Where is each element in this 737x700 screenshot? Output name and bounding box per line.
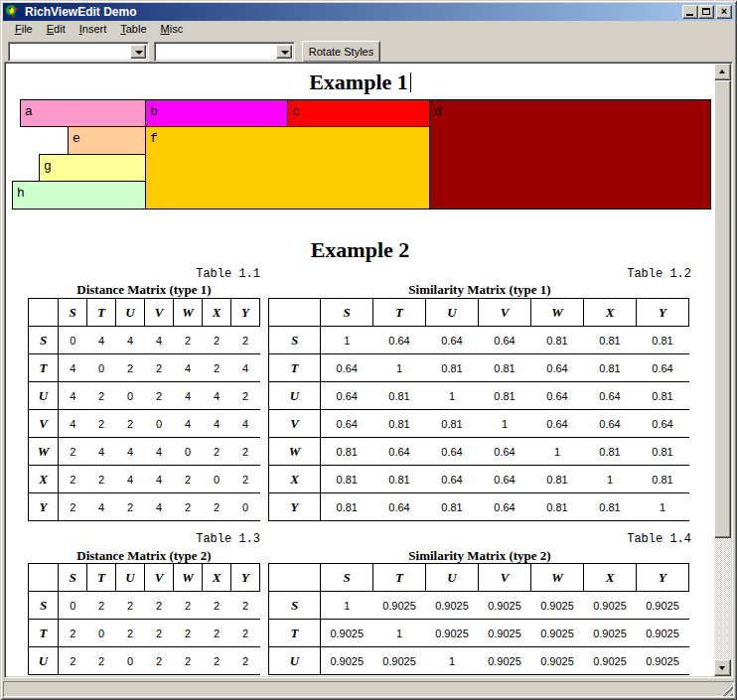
matrix-cell[interactable]: 2 [59, 493, 87, 521]
matrix-row-header[interactable]: S [29, 592, 59, 620]
matrix-cell[interactable]: 0.64 [373, 438, 426, 466]
matrix-cell[interactable]: 0.64 [321, 354, 373, 382]
matrix-cell[interactable]: 0.81 [584, 327, 637, 354]
matrix-col-header[interactable]: S [59, 299, 87, 327]
matrix-cell[interactable]: 0.64 [531, 382, 584, 410]
matrix-col-header[interactable]: W [174, 564, 203, 592]
matrix-cell[interactable]: 0.9025 [531, 620, 584, 647]
vertical-scrollbar[interactable] [714, 64, 731, 676]
matrix-row-header[interactable]: U [269, 382, 321, 410]
matrix-col-header[interactable]: Y [231, 564, 260, 592]
matrix-cell[interactable]: 0.64 [479, 438, 531, 466]
matrix-col-header[interactable]: T [373, 299, 426, 327]
matrix-cell[interactable]: 0 [87, 620, 116, 647]
matrix-cell[interactable]: 2 [203, 438, 231, 466]
matrix-cell[interactable]: 2 [145, 592, 174, 620]
matrix-cell[interactable]: 4 [59, 354, 87, 382]
matrix-cell[interactable]: 0.64 [584, 410, 637, 438]
matrix-col-header[interactable]: Y [637, 564, 689, 592]
matrix-cell[interactable]: 2 [174, 493, 203, 521]
matrix-row-header[interactable]: U [29, 382, 59, 410]
matrix-row-header[interactable]: U [269, 647, 321, 675]
unit-combobox-dropdown-button[interactable] [276, 45, 292, 59]
matrix-cell[interactable]: 0.81 [637, 438, 689, 466]
matrix-cell[interactable]: 0.9025 [637, 620, 689, 647]
matrix-cell[interactable]: 0.81 [426, 410, 479, 438]
matrix-cell[interactable]: 0.64 [637, 354, 689, 382]
matrix-cell[interactable]: 0 [87, 354, 116, 382]
rotate-styles-button[interactable]: Rotate Styles [302, 41, 380, 63]
matrix-cell[interactable]: 1 [321, 327, 373, 354]
maximize-button[interactable] [698, 5, 714, 19]
matrix-cell[interactable]: 0.81 [584, 438, 637, 466]
matrix-cell[interactable]: 0.9025 [426, 592, 479, 620]
matrix-col-header[interactable]: V [145, 299, 174, 327]
matrix-cell[interactable]: 0.81 [531, 327, 584, 354]
matrix-col-header[interactable]: V [479, 299, 531, 327]
matrix-corner-cell[interactable] [269, 299, 321, 327]
matrix-row-header[interactable]: S [29, 327, 59, 354]
menu-file[interactable]: File [8, 22, 40, 37]
matrix-cell[interactable]: 2 [59, 620, 87, 647]
matrix-cell[interactable]: 4 [174, 382, 203, 410]
matrix-cell[interactable]: 0.64 [321, 382, 373, 410]
matrix-cell[interactable]: 0.81 [637, 466, 689, 493]
matrix-cell[interactable]: 1 [426, 382, 479, 410]
resize-grip[interactable] [720, 683, 733, 696]
matrix-cell[interactable]: 4 [145, 466, 174, 493]
scroll-up-button[interactable] [714, 64, 731, 80]
matrix-cell[interactable]: 0.81 [584, 493, 637, 521]
table-cell-h[interactable]: h [12, 181, 146, 210]
matrix-cell[interactable]: 4 [87, 438, 116, 466]
matrix-corner-cell[interactable] [29, 564, 59, 592]
minimize-button[interactable] [682, 5, 698, 19]
matrix-cell[interactable]: 0.9025 [479, 647, 531, 675]
matrix-row-header[interactable]: X [29, 466, 59, 493]
matrix-cell[interactable]: 2 [145, 620, 174, 647]
matrix-cell[interactable]: 2 [174, 647, 203, 675]
table-cell-e[interactable]: e [68, 126, 146, 155]
matrix-cell[interactable]: 4 [145, 438, 174, 466]
matrix-cell[interactable]: 0 [59, 327, 87, 354]
matrix-cell[interactable]: 4 [59, 410, 87, 438]
matrix-cell[interactable]: 2 [231, 327, 260, 354]
matrix-cell[interactable]: 4 [203, 410, 231, 438]
matrix-cell[interactable]: 2 [145, 647, 174, 675]
menu-table[interactable]: Table [113, 22, 153, 37]
matrix-cell[interactable]: 0 [145, 410, 174, 438]
app-icon[interactable] [5, 4, 21, 20]
matrix-row-header[interactable]: W [269, 438, 321, 466]
matrix-cell[interactable]: 0.64 [531, 410, 584, 438]
matrix-row-header[interactable]: T [269, 354, 321, 382]
table-cell-b[interactable]: b [145, 99, 288, 127]
matrix-cell[interactable]: 0.9025 [584, 592, 637, 620]
matrix-cell[interactable]: 2 [231, 592, 260, 620]
matrix-cell[interactable]: 0.64 [637, 410, 689, 438]
titlebar[interactable]: RichViewEdit Demo × [3, 3, 734, 21]
matrix-cell[interactable]: 0.64 [479, 466, 531, 493]
matrix-cell[interactable]: 1 [479, 410, 531, 438]
matrix-cell[interactable]: 0.81 [321, 466, 373, 493]
matrix-cell[interactable]: 0.9025 [479, 620, 531, 647]
matrix-cell[interactable]: 0.9025 [637, 647, 689, 675]
matrix-col-header[interactable]: T [87, 564, 116, 592]
table-cell-g[interactable]: g [39, 154, 146, 182]
matrix-col-header[interactable]: W [174, 299, 203, 327]
menu-insert[interactable]: Insert [73, 22, 114, 37]
matrix-col-header[interactable]: S [321, 299, 373, 327]
matrix-cell[interactable]: 0 [231, 493, 260, 521]
matrix-cell[interactable]: 1 [637, 493, 689, 521]
matrix-cell[interactable]: 2 [203, 493, 231, 521]
matrix-row-header[interactable]: U [29, 647, 59, 675]
matrix-cell[interactable]: 0.81 [584, 354, 637, 382]
matrix-cell[interactable]: 2 [87, 592, 116, 620]
matrix-col-header[interactable]: V [479, 564, 531, 592]
matrix-cell[interactable]: 4 [231, 410, 260, 438]
matrix-cell[interactable]: 0.81 [373, 466, 426, 493]
matrix-cell[interactable]: 1 [373, 354, 426, 382]
matrix-cell[interactable]: 0.64 [479, 327, 531, 354]
table-cell-d[interactable]: d [429, 99, 711, 210]
matrix-cell[interactable]: 0.81 [479, 382, 531, 410]
matrix-cell[interactable]: 2 [231, 647, 260, 675]
matrix-cell[interactable]: 4 [87, 493, 116, 521]
